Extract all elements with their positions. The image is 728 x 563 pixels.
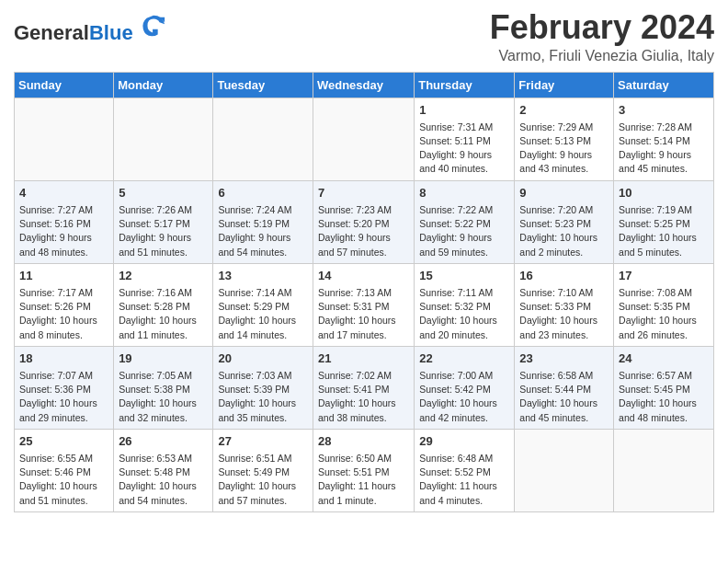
calendar-cell: 28Sunrise: 6:50 AM Sunset: 5:51 PM Dayli…: [313, 429, 414, 511]
day-info: Sunrise: 7:26 AM Sunset: 5:17 PM Dayligh…: [119, 203, 208, 259]
day-info: Sunrise: 7:20 AM Sunset: 5:23 PM Dayligh…: [519, 203, 609, 259]
day-number: 24: [619, 350, 709, 367]
day-info: Sunrise: 7:03 AM Sunset: 5:39 PM Dayligh…: [218, 369, 308, 425]
calendar-cell: 23Sunrise: 6:58 AM Sunset: 5:44 PM Dayli…: [515, 346, 614, 429]
day-number: 21: [318, 350, 409, 367]
day-info: Sunrise: 7:14 AM Sunset: 5:29 PM Dayligh…: [218, 286, 308, 342]
calendar-week-row: 1Sunrise: 7:31 AM Sunset: 5:11 PM Daylig…: [15, 98, 714, 180]
day-info: Sunrise: 7:11 AM Sunset: 5:32 PM Dayligh…: [419, 286, 509, 342]
day-number: 27: [218, 433, 308, 450]
calendar-week-row: 11Sunrise: 7:17 AM Sunset: 5:26 PM Dayli…: [15, 263, 714, 346]
month-title: February 2024: [490, 9, 714, 46]
day-number: 2: [519, 102, 609, 119]
calendar-cell: 12Sunrise: 7:16 AM Sunset: 5:28 PM Dayli…: [114, 263, 213, 346]
calendar-cell: 24Sunrise: 6:57 AM Sunset: 5:45 PM Dayli…: [614, 346, 714, 429]
logo: GeneralBlue: [14, 14, 166, 44]
calendar-table: SundayMondayTuesdayWednesdayThursdayFrid…: [14, 72, 714, 512]
day-number: 7: [318, 185, 409, 201]
weekday-header-monday: Monday: [114, 72, 213, 98]
day-info: Sunrise: 7:16 AM Sunset: 5:28 PM Dayligh…: [119, 286, 208, 342]
logo-blue-text: Blue: [89, 21, 133, 44]
calendar-cell: [313, 98, 414, 180]
day-info: Sunrise: 6:57 AM Sunset: 5:45 PM Dayligh…: [619, 369, 709, 425]
day-number: 17: [619, 268, 709, 284]
day-number: 8: [419, 185, 509, 201]
day-number: 3: [619, 102, 709, 119]
calendar-cell: 5Sunrise: 7:26 AM Sunset: 5:17 PM Daylig…: [114, 180, 213, 263]
day-number: 20: [218, 350, 308, 367]
day-info: Sunrise: 7:02 AM Sunset: 5:41 PM Dayligh…: [318, 369, 409, 425]
title-area: February 2024 Varmo, Friuli Venezia Giul…: [490, 9, 714, 64]
calendar-cell: 26Sunrise: 6:53 AM Sunset: 5:48 PM Dayli…: [114, 429, 213, 511]
day-number: 9: [519, 185, 609, 201]
location-subtitle: Varmo, Friuli Venezia Giulia, Italy: [490, 48, 714, 64]
day-info: Sunrise: 6:58 AM Sunset: 5:44 PM Dayligh…: [519, 369, 609, 425]
day-number: 11: [19, 268, 108, 284]
calendar-week-row: 18Sunrise: 7:07 AM Sunset: 5:36 PM Dayli…: [15, 346, 714, 429]
day-number: 4: [19, 185, 108, 201]
day-number: 10: [619, 185, 709, 201]
day-info: Sunrise: 6:53 AM Sunset: 5:48 PM Dayligh…: [119, 452, 208, 508]
day-number: 6: [218, 185, 308, 201]
calendar-cell: 15Sunrise: 7:11 AM Sunset: 5:32 PM Dayli…: [415, 263, 515, 346]
day-number: 28: [318, 433, 409, 450]
day-number: 22: [419, 350, 509, 367]
calendar-cell: 19Sunrise: 7:05 AM Sunset: 5:38 PM Dayli…: [114, 346, 213, 429]
calendar-cell: 17Sunrise: 7:08 AM Sunset: 5:35 PM Dayli…: [614, 263, 714, 346]
day-info: Sunrise: 7:22 AM Sunset: 5:22 PM Dayligh…: [419, 203, 509, 259]
calendar-cell: 18Sunrise: 7:07 AM Sunset: 5:36 PM Dayli…: [15, 346, 114, 429]
calendar-cell: 11Sunrise: 7:17 AM Sunset: 5:26 PM Dayli…: [15, 263, 114, 346]
calendar-week-row: 4Sunrise: 7:27 AM Sunset: 5:16 PM Daylig…: [15, 180, 714, 263]
day-info: Sunrise: 7:05 AM Sunset: 5:38 PM Dayligh…: [119, 369, 208, 425]
day-info: Sunrise: 6:48 AM Sunset: 5:52 PM Dayligh…: [419, 452, 509, 508]
calendar-cell: 27Sunrise: 6:51 AM Sunset: 5:49 PM Dayli…: [213, 429, 313, 511]
day-number: 5: [119, 185, 208, 201]
day-info: Sunrise: 7:27 AM Sunset: 5:16 PM Dayligh…: [19, 203, 108, 259]
weekday-header-friday: Friday: [515, 72, 614, 98]
calendar-cell: [15, 98, 114, 180]
calendar-cell: 7Sunrise: 7:23 AM Sunset: 5:20 PM Daylig…: [313, 180, 414, 263]
logo-general-text: General: [14, 21, 89, 44]
weekday-header-thursday: Thursday: [415, 72, 515, 98]
day-info: Sunrise: 7:23 AM Sunset: 5:20 PM Dayligh…: [318, 203, 409, 259]
day-info: Sunrise: 7:31 AM Sunset: 5:11 PM Dayligh…: [419, 121, 509, 177]
day-info: Sunrise: 7:00 AM Sunset: 5:42 PM Dayligh…: [419, 369, 509, 425]
calendar-cell: 1Sunrise: 7:31 AM Sunset: 5:11 PM Daylig…: [415, 98, 515, 180]
day-info: Sunrise: 7:07 AM Sunset: 5:36 PM Dayligh…: [19, 369, 108, 425]
day-number: 23: [519, 350, 609, 367]
day-info: Sunrise: 7:13 AM Sunset: 5:31 PM Dayligh…: [318, 286, 409, 342]
day-info: Sunrise: 7:10 AM Sunset: 5:33 PM Dayligh…: [519, 286, 609, 342]
calendar-cell: 2Sunrise: 7:29 AM Sunset: 5:13 PM Daylig…: [515, 98, 614, 180]
calendar-cell: [515, 429, 614, 511]
calendar-cell: 10Sunrise: 7:19 AM Sunset: 5:25 PM Dayli…: [614, 180, 714, 263]
day-info: Sunrise: 6:50 AM Sunset: 5:51 PM Dayligh…: [318, 452, 409, 508]
calendar-cell: 6Sunrise: 7:24 AM Sunset: 5:19 PM Daylig…: [213, 180, 313, 263]
calendar-cell: 13Sunrise: 7:14 AM Sunset: 5:29 PM Dayli…: [213, 263, 313, 346]
day-info: Sunrise: 7:29 AM Sunset: 5:13 PM Dayligh…: [519, 121, 609, 177]
day-info: Sunrise: 6:55 AM Sunset: 5:46 PM Dayligh…: [19, 452, 108, 508]
weekday-header-sunday: Sunday: [15, 72, 114, 98]
day-info: Sunrise: 7:17 AM Sunset: 5:26 PM Dayligh…: [19, 286, 108, 342]
day-number: 29: [419, 433, 509, 450]
calendar-cell: 3Sunrise: 7:28 AM Sunset: 5:14 PM Daylig…: [614, 98, 714, 180]
day-number: 25: [19, 433, 108, 450]
day-info: Sunrise: 7:24 AM Sunset: 5:19 PM Dayligh…: [218, 203, 308, 259]
day-info: Sunrise: 6:51 AM Sunset: 5:49 PM Dayligh…: [218, 452, 308, 508]
calendar-cell: [114, 98, 213, 180]
weekday-header-saturday: Saturday: [614, 72, 714, 98]
calendar-cell: 29Sunrise: 6:48 AM Sunset: 5:52 PM Dayli…: [415, 429, 515, 511]
day-info: Sunrise: 7:28 AM Sunset: 5:14 PM Dayligh…: [619, 121, 709, 177]
calendar-cell: 22Sunrise: 7:00 AM Sunset: 5:42 PM Dayli…: [415, 346, 515, 429]
weekday-header-tuesday: Tuesday: [213, 72, 313, 98]
day-info: Sunrise: 7:19 AM Sunset: 5:25 PM Dayligh…: [619, 203, 709, 259]
calendar-cell: 20Sunrise: 7:03 AM Sunset: 5:39 PM Dayli…: [213, 346, 313, 429]
calendar-cell: [213, 98, 313, 180]
calendar-cell: 4Sunrise: 7:27 AM Sunset: 5:16 PM Daylig…: [15, 180, 114, 263]
calendar-header: GeneralBlue February 2024 Varmo, Friuli …: [14, 9, 714, 64]
weekday-header-row: SundayMondayTuesdayWednesdayThursdayFrid…: [15, 72, 714, 98]
day-number: 16: [519, 268, 609, 284]
day-number: 18: [19, 350, 108, 367]
weekday-header-wednesday: Wednesday: [313, 72, 414, 98]
calendar-cell: [614, 429, 714, 511]
calendar-week-row: 25Sunrise: 6:55 AM Sunset: 5:46 PM Dayli…: [15, 429, 714, 511]
